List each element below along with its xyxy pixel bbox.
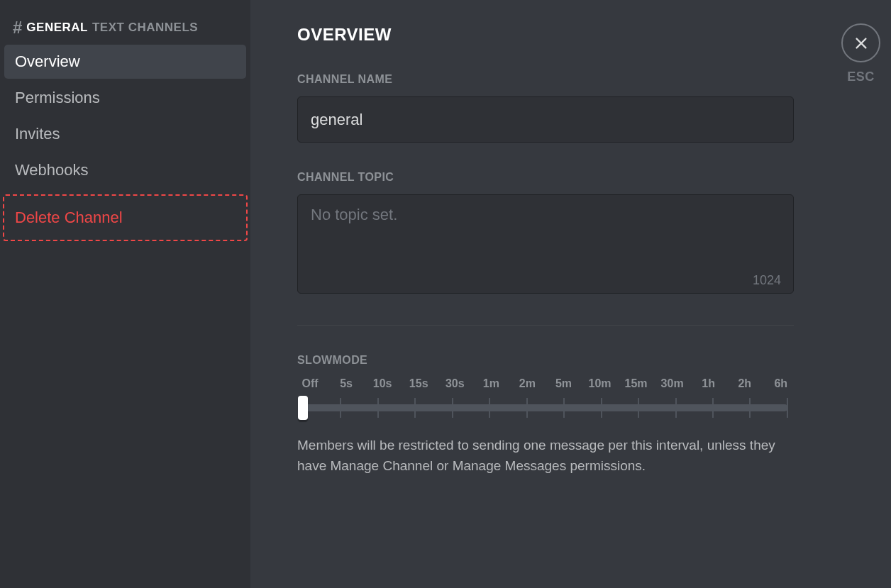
slider-tick-label: 15s <box>406 377 431 390</box>
section-divider <box>297 325 794 326</box>
slowmode-slider-wrap: Off5s10s15s30s1m2m5m10m15m30m1h2h6h <box>297 377 794 420</box>
slider-tick-label: 30s <box>442 377 467 390</box>
slider-tick-label: 15m <box>624 377 649 390</box>
nav-item-label: Delete Channel <box>15 209 123 227</box>
slider-tick-label: 5s <box>333 377 359 390</box>
nav-item-label: Invites <box>15 125 60 143</box>
settings-sidebar: # GENERAL TEXT CHANNELS Overview Permiss… <box>0 0 250 588</box>
slider-tick-label: 2m <box>514 377 540 390</box>
slider-tick-label: 6h <box>768 377 794 390</box>
nav-item-webhooks[interactable]: Webhooks <box>4 153 246 187</box>
slider-tick <box>452 398 453 418</box>
slider-tick-label: 1h <box>696 377 721 390</box>
slider-tick-label: 10s <box>370 377 395 390</box>
channel-name-group: CHANNEL NAME <box>297 73 867 143</box>
delete-channel-button[interactable]: Delete Channel <box>15 209 236 227</box>
channel-topic-input[interactable] <box>297 194 794 294</box>
slider-labels: Off5s10s15s30s1m2m5m10m15m30m1h2h6h <box>297 377 794 390</box>
slowmode-help-text: Members will be restricted to sending on… <box>297 436 794 476</box>
slider-tick <box>749 398 751 418</box>
close-wrap: ESC <box>841 23 880 84</box>
close-icon <box>853 35 869 51</box>
slowmode-slider[interactable] <box>303 396 788 420</box>
close-button[interactable] <box>841 23 880 62</box>
slider-tick-label: 10m <box>587 377 613 390</box>
nav-list: Overview Permissions Invites Webhooks <box>0 45 250 187</box>
slider-tick <box>601 398 602 418</box>
slider-tick <box>377 398 379 418</box>
slider-tick <box>675 398 677 418</box>
slider-tick-label: 30m <box>660 377 685 390</box>
slider-ticks <box>303 398 788 418</box>
channel-topic-wrap: 1024 <box>297 194 794 296</box>
channel-topic-label: CHANNEL TOPIC <box>297 171 867 184</box>
nav-item-permissions[interactable]: Permissions <box>4 81 246 115</box>
channel-name-header: GENERAL <box>26 21 88 35</box>
slider-tick <box>340 398 341 418</box>
slowmode-group: SLOWMODE Off5s10s15s30s1m2m5m10m15m30m1h… <box>297 354 867 476</box>
slider-tick-label: 1m <box>478 377 504 390</box>
sidebar-header: # GENERAL TEXT CHANNELS <box>0 18 250 38</box>
channel-topic-group: CHANNEL TOPIC 1024 <box>297 171 867 296</box>
slider-tick-label: 2h <box>732 377 758 390</box>
slider-tick-label: 5m <box>550 377 576 390</box>
slider-tick <box>489 398 490 418</box>
slowmode-label: SLOWMODE <box>297 354 867 367</box>
settings-main: OVERVIEW CHANNEL NAME CHANNEL TOPIC 1024… <box>250 0 891 588</box>
nav-item-invites[interactable]: Invites <box>4 117 246 151</box>
slider-tick <box>638 398 639 418</box>
nav-item-label: Permissions <box>15 89 100 107</box>
slider-tick <box>414 398 416 418</box>
hash-icon: # <box>13 18 22 38</box>
slider-thumb[interactable] <box>298 396 308 420</box>
delete-highlight-box: Delete Channel <box>3 194 248 241</box>
char-counter: 1024 <box>753 273 781 288</box>
nav-item-label: Overview <box>15 52 80 71</box>
channel-name-label: CHANNEL NAME <box>297 73 867 86</box>
channel-category-header: TEXT CHANNELS <box>92 21 198 35</box>
page-title: OVERVIEW <box>297 25 867 45</box>
slider-tick <box>787 398 788 418</box>
slider-tick <box>712 398 714 418</box>
esc-label: ESC <box>847 70 875 84</box>
nav-item-label: Webhooks <box>15 161 89 179</box>
slider-tick <box>563 398 565 418</box>
channel-name-input[interactable] <box>297 96 794 143</box>
slider-tick-label: Off <box>297 377 323 390</box>
nav-item-overview[interactable]: Overview <box>4 45 246 79</box>
slider-tick <box>526 398 528 418</box>
